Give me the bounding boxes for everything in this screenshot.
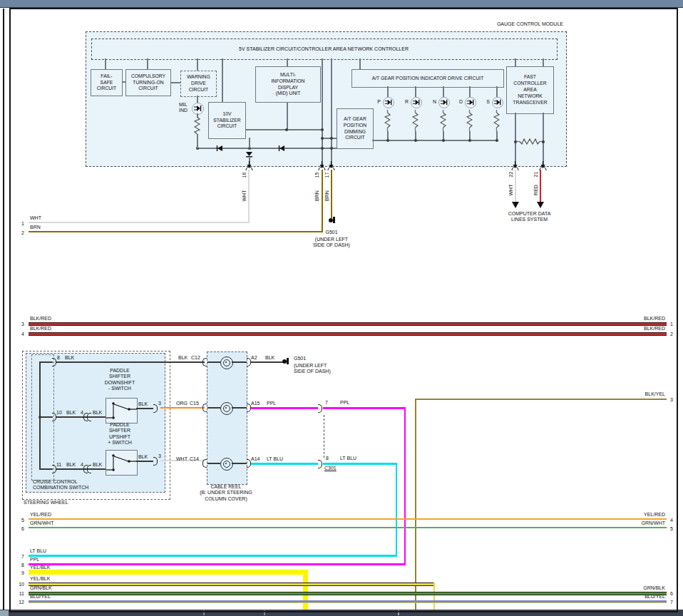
paddle-downshift-switch-box bbox=[106, 398, 138, 423]
wire-org bbox=[160, 407, 205, 409]
switch-assembly-box bbox=[31, 354, 54, 481]
left-pin-number: 10 bbox=[10, 582, 24, 587]
pin21-wire-label: RED bbox=[533, 180, 539, 201]
wire-yelblk-row9 bbox=[29, 570, 308, 575]
pin17-number: 17 bbox=[324, 165, 330, 186]
wire-brn-row2 bbox=[29, 231, 323, 232]
led-label-s: S bbox=[481, 99, 490, 105]
left-pin-number: 6 bbox=[13, 526, 24, 532]
wire-yelred-row5 bbox=[29, 518, 667, 520]
wire-blkred-row3 bbox=[29, 322, 667, 326]
connector-label: A15 bbox=[251, 401, 260, 406]
10v-stabilizer-circuit-block: 10V STABILIZER CIRCUIT bbox=[208, 102, 246, 139]
wire-color-label: PPL bbox=[267, 401, 276, 406]
wire-color-label: PPL bbox=[340, 400, 349, 406]
steering-wheel-label: STEERING WHEEL bbox=[24, 500, 68, 505]
right-pin-label: GRN/BLK bbox=[594, 585, 665, 591]
wire-blk-row-mid bbox=[56, 416, 106, 418]
connector-label: C14 bbox=[190, 456, 199, 462]
wire-yelblk-row10 bbox=[29, 582, 435, 586]
gear-led-icon bbox=[383, 97, 394, 108]
switch-pin-number: 10 bbox=[56, 410, 62, 416]
bottom-bar-corner bbox=[0, 610, 9, 616]
connector-arc bbox=[202, 358, 207, 366]
connector-label: C15 bbox=[190, 401, 199, 406]
gear-led-icon bbox=[492, 97, 503, 108]
wire-color-label: BLK bbox=[93, 462, 102, 468]
fail-safe-circuit-block: FAIL- SAFE CIRCUIT bbox=[91, 69, 123, 96]
left-pin-label: WHT bbox=[30, 215, 41, 221]
g501-note: (UNDER LEFT SIDE OF DASH) bbox=[294, 363, 331, 375]
connector-arc bbox=[87, 413, 91, 421]
pin15-wire-label: BRN bbox=[314, 185, 320, 207]
led-label-r: R bbox=[399, 99, 409, 105]
wire-yelblk2-vertical bbox=[433, 582, 435, 610]
wire-bluyel-row12 bbox=[29, 600, 667, 603]
g501-name: G501 bbox=[294, 356, 306, 361]
wire-ltblu-row7 bbox=[29, 555, 397, 557]
left-pin-label: BRN bbox=[30, 225, 41, 230]
wire-color-label: BLK bbox=[65, 355, 74, 361]
pin22-wire-label: WHT bbox=[508, 180, 514, 201]
right-pin-label: BLK/YEL bbox=[594, 391, 665, 397]
left-pin-label: GRN/BLK bbox=[30, 585, 52, 591]
left-pin-label: GRN/WHT bbox=[30, 520, 53, 526]
paddle-upshift-switch-box bbox=[106, 450, 138, 476]
c301-pin-number: 7 bbox=[325, 400, 328, 406]
wire-color-label: BLK bbox=[66, 462, 76, 468]
wire-color-label: BLK bbox=[138, 401, 148, 407]
wire-ltblu-vertical bbox=[396, 463, 398, 557]
left-pin-label: BLK/RED bbox=[30, 326, 51, 332]
at-gear-dimming-block: A/T GEAR POSITION DIMMING CIRCUIT bbox=[337, 108, 374, 149]
wire-blk-downshift-out bbox=[136, 408, 153, 409]
offpage-arrow-icon bbox=[512, 202, 519, 208]
right-pin-label: BLU/YEL bbox=[594, 594, 665, 600]
wire-color-label: BLK bbox=[93, 410, 102, 416]
gear-led-icon bbox=[411, 97, 422, 108]
left-pin-label: BLK/RED bbox=[30, 316, 51, 322]
right-pin-number: 1 bbox=[670, 322, 673, 327]
g501-note: (UNDER LEFT SIDE OF DASH) bbox=[303, 237, 360, 249]
right-pin-number: 6 bbox=[670, 591, 673, 597]
wire-yelblk-vertical bbox=[303, 570, 308, 610]
cable-reel-coil-icon bbox=[220, 402, 233, 415]
wire-ppl-vertical bbox=[404, 407, 406, 565]
mid-unit-block: MULTI- INFORMATION DISPLAY (MID) UNIT bbox=[255, 66, 321, 103]
gear-led-icon bbox=[438, 97, 450, 108]
left-pin-label: PPL bbox=[30, 557, 39, 563]
cable-reel-caption: CABLE REEL (B: UNDER STEERING COLUMN COV… bbox=[187, 484, 265, 502]
led-label-p: P bbox=[371, 99, 381, 105]
pin15-number: 15 bbox=[314, 165, 320, 186]
wire-wht-16 bbox=[248, 170, 250, 223]
wire-blk-to-g501 bbox=[251, 361, 283, 363]
computer-data-lines-label: COMPUTER DATA LINES SYSTEM bbox=[495, 211, 563, 223]
cable-reel-coil-icon bbox=[220, 458, 233, 471]
wire-wht-row1 bbox=[29, 222, 250, 223]
left-pin-number: 2 bbox=[13, 230, 24, 236]
left-pin-number: 1 bbox=[13, 221, 24, 227]
left-pin-number: 11 bbox=[10, 591, 24, 597]
stabilizer-banner-label: 5V STABILIZER CIRCUIT/CONTROLLER AREA NE… bbox=[91, 46, 556, 52]
pin16-number: 16 bbox=[241, 165, 247, 186]
at-gear-indicator-drive-block: A/T GEAR POSITION INDICATOR DRIVE CIRCUI… bbox=[351, 69, 504, 88]
wire-color-label: ORG bbox=[176, 401, 188, 406]
connector-label: C12 bbox=[191, 355, 200, 361]
cruise-switch-label: CRUISE CONTROL COMBINATION SWITCH bbox=[33, 479, 88, 491]
led-label-n: N bbox=[427, 99, 436, 105]
connector-label: A2 bbox=[251, 355, 257, 361]
wire-color-label: BLK bbox=[178, 355, 188, 361]
g501-name: G501 bbox=[314, 230, 349, 235]
wire-color-label: WHT bbox=[176, 456, 188, 462]
right-pin-number: 2 bbox=[670, 332, 673, 337]
left-pin-number: 12 bbox=[10, 600, 24, 605]
left-pin-number: 9 bbox=[13, 570, 24, 576]
wire-blk-row-bot bbox=[56, 468, 106, 470]
wire-blk-upshift-out bbox=[136, 461, 153, 462]
left-pin-label: BLU/YEL bbox=[30, 594, 51, 600]
connector-arc bbox=[202, 459, 207, 468]
wire-color-label: BLK bbox=[66, 410, 76, 416]
wire-color-label: LT BLU bbox=[340, 456, 356, 461]
right-pin-number: 5 bbox=[670, 526, 673, 532]
right-pin-number: 7 bbox=[670, 600, 673, 605]
switch-pin-number: 11 bbox=[56, 462, 61, 468]
